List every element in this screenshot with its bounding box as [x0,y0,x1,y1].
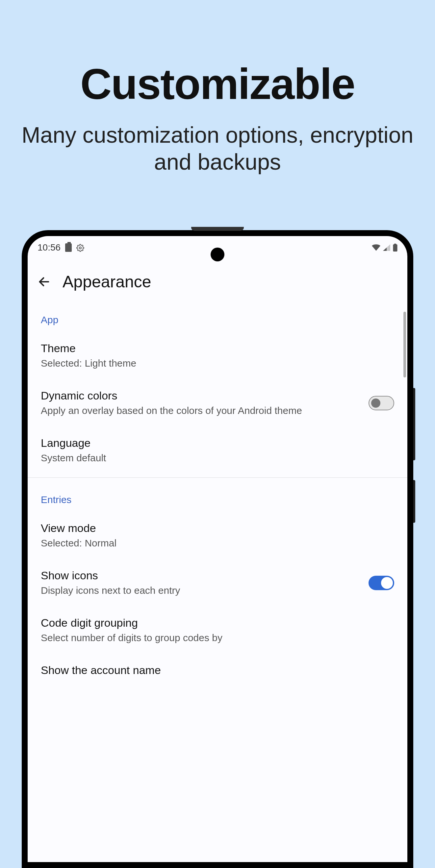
setting-dynamic-colors[interactable]: Dynamic colors Apply an overlay based on… [28,379,407,427]
setting-show-icons-sub: Display icons next to each entry [41,584,362,597]
setting-view-mode-sub: Selected: Normal [41,536,394,549]
setting-dynamic-colors-title: Dynamic colors [41,389,362,402]
scrollbar[interactable] [403,312,406,377]
toggle-show-icons[interactable] [369,576,394,590]
section-header-app: App [28,301,407,332]
camera-cutout [211,248,224,261]
svg-rect-2 [394,244,397,245]
section-header-entries: Entries [28,481,407,512]
app-bar: Appearance [28,256,407,301]
sd-card-icon [65,243,72,252]
speaker-notch [191,227,244,231]
settings-content: App Theme Selected: Light theme Dynamic … [28,301,407,688]
setting-show-icons[interactable]: Show icons Display icons next to each en… [28,559,407,607]
status-time: 10:56 [37,242,61,253]
volume-button [413,388,415,460]
setting-account-name-title: Show the account name [41,664,394,677]
wifi-icon [372,244,380,251]
setting-view-mode[interactable]: View mode Selected: Normal [28,512,407,559]
setting-theme-title: Theme [41,342,394,355]
phone-screen: 10:56 Appearan [28,236,407,862]
phone-frame: 10:56 Appearan [22,230,413,868]
power-button [413,480,415,523]
setting-view-mode-title: View mode [41,522,394,535]
battery-icon [393,244,398,251]
setting-language-sub: System default [41,452,394,464]
gear-icon [76,244,84,251]
divider [28,477,407,478]
svg-rect-1 [393,244,397,251]
setting-language-title: Language [41,437,394,450]
page-title: Appearance [62,272,151,291]
promo-title: Customizable [0,59,435,109]
setting-language[interactable]: Language System default [28,427,407,474]
signal-icon [383,244,390,251]
setting-show-icons-title: Show icons [41,569,362,582]
setting-dynamic-colors-sub: Apply an overlay based on the colors of … [41,404,362,417]
setting-theme[interactable]: Theme Selected: Light theme [28,332,407,379]
promo-subtitle: Many customization options, encryption a… [0,122,435,175]
svg-point-0 [79,247,81,249]
setting-theme-sub: Selected: Light theme [41,357,394,370]
setting-code-grouping-title: Code digit grouping [41,617,394,629]
toggle-dynamic-colors[interactable] [369,396,394,410]
setting-code-grouping-sub: Select number of digits to group codes b… [41,631,394,644]
setting-account-name[interactable]: Show the account name [28,654,407,688]
back-arrow-icon[interactable] [37,275,51,288]
setting-code-grouping[interactable]: Code digit grouping Select number of dig… [28,607,407,654]
